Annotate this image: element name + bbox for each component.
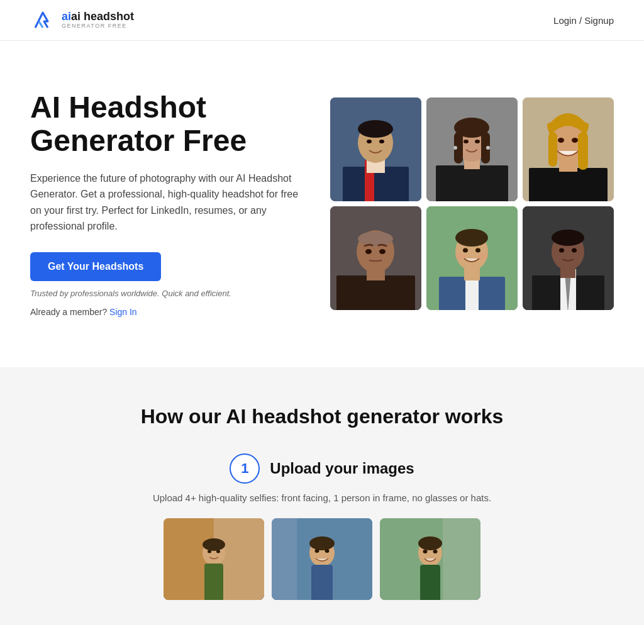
svg-rect-26 (548, 132, 557, 167)
svg-point-52 (559, 248, 564, 253)
login-signup-link[interactable]: Login / Signup (553, 15, 614, 26)
svg-point-5 (358, 120, 393, 138)
sign-in-link[interactable]: Sign In (109, 307, 137, 317)
svg-point-67 (325, 549, 330, 553)
svg-point-16 (475, 140, 480, 143)
svg-point-51 (552, 230, 584, 246)
headshot-image-6 (523, 206, 614, 310)
how-title: How our AI headshot generator works (30, 405, 614, 428)
step-1-header: 1 Upload your images (230, 453, 414, 484)
step-1: 1 Upload your images Upload 4+ high-qual… (102, 453, 542, 600)
logo: aiai headshot GENERATOR FREE (30, 8, 134, 33)
svg-point-41 (475, 248, 480, 253)
svg-point-53 (572, 248, 577, 253)
headshot-image-1 (330, 97, 421, 201)
step-1-label: Upload your images (270, 460, 414, 477)
logo-icon (30, 8, 55, 33)
headshot-image-4 (330, 206, 421, 310)
svg-point-17 (453, 146, 457, 150)
svg-point-42 (455, 253, 465, 260)
svg-rect-62 (297, 518, 372, 600)
svg-point-18 (486, 146, 490, 150)
svg-rect-65 (311, 565, 333, 600)
hero-section: AI Headshot Generator Free Experience th… (0, 41, 644, 367)
logo-subtitle: GENERATOR FREE (62, 23, 134, 30)
svg-point-23 (558, 138, 564, 143)
svg-point-31 (358, 231, 393, 247)
step-1-number: 1 (230, 453, 260, 484)
headshot-grid (330, 97, 614, 310)
sample-photos-grid (164, 518, 480, 600)
svg-rect-28 (336, 275, 415, 310)
svg-point-59 (208, 550, 211, 553)
svg-point-73 (423, 550, 428, 553)
svg-point-33 (379, 249, 386, 254)
step-1-description: Upload 4+ high-quality selfies: front fa… (153, 492, 491, 503)
svg-point-7 (379, 140, 384, 143)
svg-point-57 (203, 538, 225, 551)
svg-point-43 (478, 253, 488, 260)
svg-point-71 (418, 536, 442, 550)
logo-name: aiai headshot (62, 11, 134, 23)
hero-content: AI Headshot Generator Free Experience th… (30, 91, 305, 317)
svg-rect-58 (204, 564, 223, 600)
get-headshots-button[interactable]: Get Your Headshots (30, 252, 161, 281)
headshot-image-2 (426, 97, 518, 201)
sample-photo-3 (380, 518, 480, 600)
how-it-works-section: How our AI headshot generator works 1 Up… (0, 367, 644, 625)
svg-point-40 (463, 248, 468, 253)
svg-rect-20 (529, 168, 608, 201)
already-member-text: Already a member? Sign In (30, 307, 305, 317)
svg-point-15 (464, 140, 469, 143)
svg-rect-72 (420, 565, 440, 600)
sample-photo-2 (272, 518, 372, 600)
site-header: aiai headshot GENERATOR FREE Login / Sig… (0, 0, 644, 41)
svg-rect-25 (578, 132, 588, 170)
svg-point-64 (309, 536, 335, 550)
headshot-image-3 (523, 97, 614, 201)
svg-point-60 (216, 550, 220, 553)
hero-title: AI Headshot Generator Free (30, 91, 305, 158)
sample-photo-1 (164, 518, 264, 600)
svg-point-74 (433, 550, 438, 553)
hero-description: Experience the future of photography wit… (30, 170, 305, 235)
trusted-text: Trusted by professionals worldwide. Quic… (30, 289, 305, 298)
headshot-image-5 (426, 206, 518, 310)
svg-point-24 (572, 138, 578, 143)
svg-point-66 (315, 549, 319, 553)
svg-point-32 (365, 249, 372, 254)
svg-point-6 (367, 140, 372, 143)
svg-rect-9 (436, 165, 508, 201)
svg-point-39 (455, 229, 488, 247)
